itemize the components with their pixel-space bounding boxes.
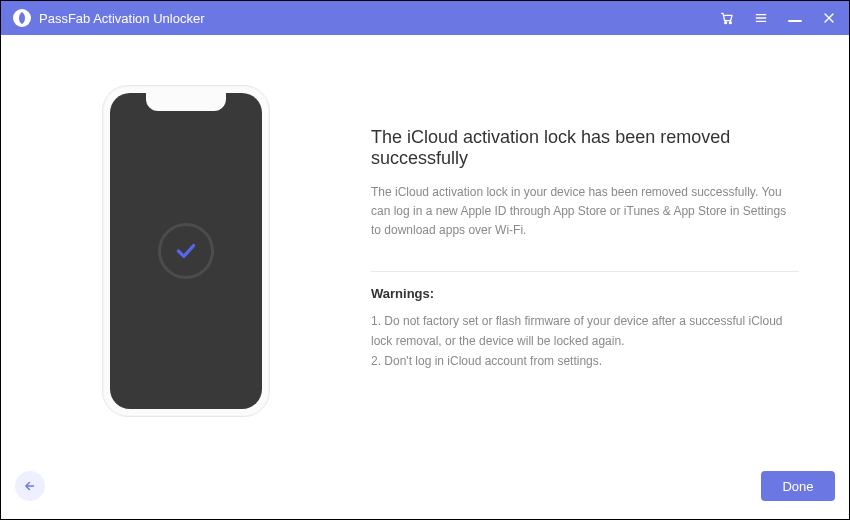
done-button-label: Done [782, 479, 813, 494]
phone-frame [102, 85, 270, 417]
warning-item: 2. Don't log in iCloud account from sett… [371, 351, 799, 371]
warnings-title: Warnings: [371, 286, 799, 301]
warning-item: 1. Do not factory set or flash firmware … [371, 311, 799, 352]
success-check-icon [158, 223, 214, 279]
phone-notch [146, 93, 226, 111]
window-controls [717, 8, 839, 28]
back-button[interactable] [15, 471, 45, 501]
footer-bar: Done [1, 463, 849, 519]
main-content: The iCloud activation lock has been remo… [1, 35, 849, 463]
close-button[interactable] [819, 8, 839, 28]
phone-illustration-container [41, 85, 331, 463]
done-button[interactable]: Done [761, 471, 835, 501]
divider [371, 271, 799, 272]
titlebar: PassFab Activation Unlocker [1, 1, 849, 35]
svg-point-1 [729, 22, 731, 24]
svg-point-0 [725, 22, 727, 24]
success-description: The iCloud activation lock in your devic… [371, 183, 799, 241]
phone-screen [110, 93, 262, 409]
cart-icon[interactable] [717, 8, 737, 28]
app-logo-icon [13, 9, 31, 27]
message-panel: The iCloud activation lock has been remo… [371, 85, 809, 463]
minimize-button[interactable] [785, 8, 805, 28]
menu-icon[interactable] [751, 8, 771, 28]
success-heading: The iCloud activation lock has been remo… [371, 127, 799, 169]
app-title: PassFab Activation Unlocker [39, 11, 717, 26]
